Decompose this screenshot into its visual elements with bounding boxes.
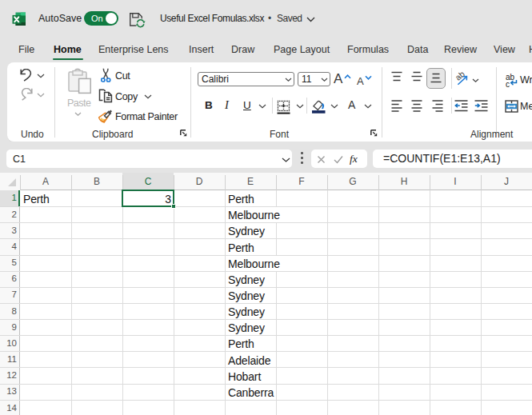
- svg-text:c: c: [506, 80, 510, 88]
